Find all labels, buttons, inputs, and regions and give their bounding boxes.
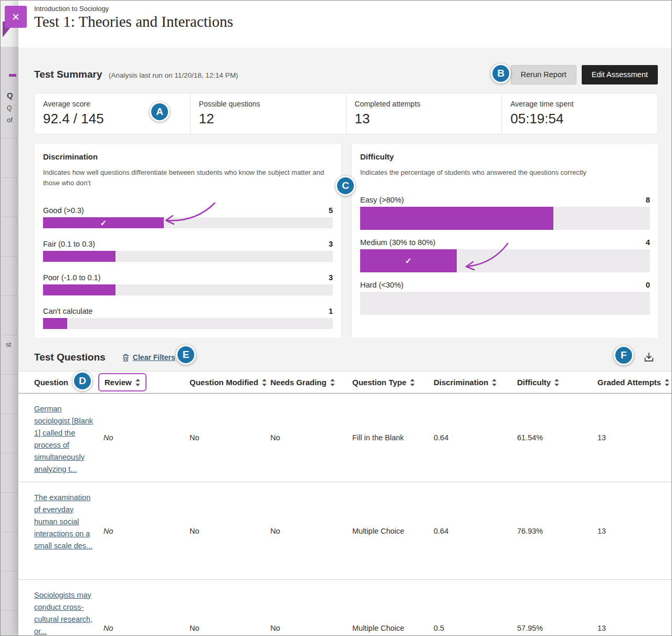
download-icon xyxy=(643,351,655,364)
sort-icon[interactable] xyxy=(492,379,497,386)
modal-body: Test Summary (Analysis last run on 11/20… xyxy=(18,48,671,635)
bar-hard: Hard (<30%) 0 xyxy=(360,281,650,315)
sort-icon[interactable] xyxy=(410,379,415,386)
annotation-badge-d: D xyxy=(72,371,92,391)
table-row: German sociologist [Blank 1] called the … xyxy=(18,394,671,482)
bar-cant-calculate: Can't calculate 1 xyxy=(43,307,333,329)
test-questions-heading: Test Questions xyxy=(34,352,106,363)
review-cell: No xyxy=(103,433,190,442)
test-summary-heading: Test Summary xyxy=(34,69,102,80)
clear-filters-link[interactable]: Clear Filters xyxy=(122,353,175,362)
close-button[interactable]: ✕ xyxy=(5,6,27,28)
background-text-fragment: st xyxy=(6,341,11,348)
bar-value: 3 xyxy=(329,240,333,248)
divider xyxy=(2,492,17,493)
divider xyxy=(2,610,17,611)
sort-icon[interactable] xyxy=(665,379,669,386)
stat-label: Average time spent xyxy=(510,100,657,108)
analysis-timestamp: (Analysis last run on 11/20/18, 12:14 PM… xyxy=(109,71,238,79)
difficulty-description: Indicates the percentage of students who… xyxy=(360,167,648,178)
bar-fill xyxy=(43,284,116,295)
difficulty-cell: 57.95% xyxy=(517,624,597,632)
discrimination-description: Indicates how well questions differentia… xyxy=(43,167,331,188)
bar-track: ✓ xyxy=(360,249,650,272)
annotation-badge-a: A xyxy=(150,102,170,122)
divider xyxy=(2,138,17,139)
bar-track xyxy=(43,251,333,262)
sort-icon[interactable] xyxy=(262,379,267,386)
divider xyxy=(2,532,17,532)
bar-label: Hard (<30%) xyxy=(360,281,404,289)
stat-average-time: Average time spent 05:19:54 xyxy=(501,93,657,134)
summary-stats-bar: Average score 92.4 / 145 Possible questi… xyxy=(34,93,658,134)
rerun-report-button[interactable]: Rerun Report xyxy=(511,65,576,84)
discrimination-title: Discrimination xyxy=(43,152,333,161)
discrimination-cell: 0.5 xyxy=(434,624,517,632)
bar-value: 1 xyxy=(329,307,333,315)
column-header-question-modified[interactable]: Question Modified xyxy=(190,378,270,387)
bar-value: 5 xyxy=(329,206,333,215)
discrimination-cell: 0.64 xyxy=(434,527,517,535)
bar-value: 4 xyxy=(646,238,650,247)
column-header-discrimination[interactable]: Discrimination xyxy=(434,378,517,387)
sort-icon[interactable] xyxy=(330,379,335,386)
edit-assessment-button[interactable]: Edit Assessment xyxy=(582,65,658,84)
divider xyxy=(2,571,17,571)
column-header-review[interactable]: Review xyxy=(103,373,190,391)
discrimination-panel: Discrimination Indicates how well questi… xyxy=(34,143,342,338)
difficulty-cell: 76.93% xyxy=(517,527,597,535)
needs-grading-cell: No xyxy=(270,527,352,535)
question-link[interactable]: German sociologist [Blank 1] called the … xyxy=(34,405,93,473)
divider xyxy=(2,414,17,414)
bar-track xyxy=(360,292,650,315)
annotation-badge-b: B xyxy=(491,63,511,83)
question-link[interactable]: The examination of everyday human social… xyxy=(34,493,92,550)
annotation-badge-e: E xyxy=(176,345,196,365)
bar-value: 8 xyxy=(646,196,650,204)
check-icon: ✓ xyxy=(405,256,412,266)
bar-value: 3 xyxy=(329,273,333,282)
column-header-graded-attempts[interactable]: Graded Attempts xyxy=(597,378,671,387)
page-title: Test 1: Theories and Interactions xyxy=(34,13,233,30)
question-type-cell: Fill in the Blank xyxy=(352,433,434,442)
divider xyxy=(2,453,17,453)
background-accent xyxy=(9,74,16,77)
question-modified-cell: No xyxy=(190,527,270,535)
graded-attempts-cell: 13 xyxy=(597,527,671,535)
bar-poor: Poor (-1.0 to 0.1) 3 xyxy=(43,273,333,295)
divider xyxy=(2,295,17,296)
column-header-question-type[interactable]: Question Type xyxy=(352,378,434,387)
stat-value: 05:19:54 xyxy=(510,111,657,127)
question-cell: The examination of everyday human social… xyxy=(34,482,97,552)
column-header-needs-grading[interactable]: Needs Grading xyxy=(270,378,352,387)
sort-icon[interactable] xyxy=(135,379,140,386)
review-highlight-box: Review xyxy=(98,373,146,391)
divider xyxy=(2,374,17,375)
question-link[interactable]: Sociologists may conduct cross-cultural … xyxy=(34,591,92,635)
background-text-fragment: of xyxy=(7,116,13,124)
bar-value: 0 xyxy=(646,281,650,289)
column-header-difficulty[interactable]: Difficulty xyxy=(517,378,597,387)
question-type-cell: Multiple Choice xyxy=(352,624,434,632)
bar-good: Good (>0.3) 5 ✓ xyxy=(43,206,333,228)
divider xyxy=(2,217,17,217)
bar-label: Medium (30% to 80%) xyxy=(360,238,435,247)
download-report-button[interactable] xyxy=(640,348,658,366)
annotation-badge-c: C xyxy=(335,176,355,196)
test-summary-heading-group: Test Summary (Analysis last run on 11/20… xyxy=(34,69,238,80)
bar-fill: ✓ xyxy=(360,249,457,272)
question-modified-cell: No xyxy=(190,624,270,632)
bar-label: Fair (0.1 to 0.3) xyxy=(43,240,95,248)
needs-grading-cell: No xyxy=(270,624,352,632)
sort-icon[interactable] xyxy=(554,379,559,386)
table-header-row: Question Review Question Modified Needs … xyxy=(18,372,671,394)
check-icon: ✓ xyxy=(100,218,107,227)
question-modified-cell: No xyxy=(190,433,270,442)
discrimination-cell: 0.64 xyxy=(434,433,517,442)
test-analysis-modal: Introduction to Sociology Test 1: Theori… xyxy=(18,1,671,635)
column-header-question[interactable]: Question xyxy=(34,378,103,387)
difficulty-panel: Difficulty Indicates the percentage of s… xyxy=(351,143,659,338)
stat-label: Completed attempts xyxy=(355,100,502,108)
difficulty-title: Difficulty xyxy=(360,152,650,161)
question-cell: German sociologist [Blank 1] called the … xyxy=(34,394,97,475)
